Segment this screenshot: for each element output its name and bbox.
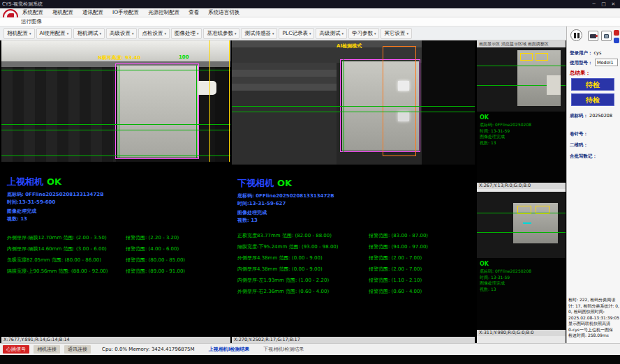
barcode-value: 20250208 [589,113,612,119]
toolbar-baseline-params-button[interactable]: 基准线参数▾ [203,28,239,39]
menu-view[interactable]: 查看 [189,9,199,16]
menu-comm-config[interactable]: 通讯配置 [82,9,103,16]
process-line: 图像处理完成 [237,209,267,216]
camera-name: 下视相机 [237,178,274,188]
lock-icon [604,34,609,38]
measure-line [477,66,566,66]
stat-line: 0, 检码图快照时间: [568,309,619,315]
camera-capture-button[interactable] [588,31,598,41]
measure-line [196,66,197,158]
info-icon[interactable] [614,38,619,43]
time-line: 时间:13-31-59-627 [237,200,286,207]
reel-label: 卷针号： [570,131,588,137]
overlay-measure-value: 100 [179,54,189,60]
result-line: 时间: 13-31-59 [480,275,566,281]
toolbar-ai-usage-config-button[interactable]: AI使用配置▾ [36,28,73,39]
result-line: 图像处理完成 [480,280,566,287]
alarm-range: 报警范围: (4.00 - 6.00) [126,245,179,252]
camera-result-title: 上视相机OK [7,174,61,188]
camera-name: 上视相机 [7,176,43,187]
side-result-overlay-1: OK 底标码: 0FFline20250208 时间: 13-31-59 图像处… [477,112,566,183]
alarm-range: 报警范围: (80.00 - 85.00) [126,257,185,264]
tab-bottom-camera-results[interactable]: 下视相机I检测结果 [263,346,304,353]
chevron-down-icon: ▾ [132,31,134,36]
center-camera-image[interactable]: AI检测模式 [232,40,475,165]
measure-line [119,66,119,158]
toolbar-plc-record-button[interactable]: PLC记录表▾ [279,28,314,39]
menu-light-control-config[interactable]: 光源控制配置 [148,9,179,16]
menu-bar: 系统配置 相机配置 通讯配置 IO手动配置 光源控制配置 查看 系统语言切换 [0,8,620,17]
side-column-header: 画面显示区 消息提示区域 画面调整区 [477,40,566,47]
toolbar-image-processing-button[interactable]: 图像处理▾ [171,28,202,39]
overlay-measure-label: N极耳高度: 93.40 [98,54,140,61]
pause-button[interactable] [570,29,582,41]
tab-run-image[interactable]: 运行图像 [21,18,42,25]
menu-camera-config[interactable]: 相机配置 [52,9,73,16]
img-shape [232,63,337,91]
measurement-row: 外侧壁厚-右2.36mm 范围: (0.60 - 4.00) [237,288,329,295]
status-bar: 心跳信号 相机连接 通讯连接 Cpu: 0.0% Memory: 3424.41… [0,343,620,355]
side-camera-image-2[interactable] [477,192,566,258]
measurement-row: 内侧壁厚4.38mm 范围: (0.00 - 9.00) [237,266,323,273]
left-camera-image[interactable]: N极耳高度: 93.40 100 [1,40,230,162]
overlay-mode-label: AI检测模式 [337,43,362,50]
chevron-down-icon: ▾ [67,31,69,36]
side-views-column: 画面显示区 消息提示区域 画面调整区 OK 底标码: 0FFline202502… [477,40,566,343]
toolbar-advanced-settings-button[interactable]: 高级设置▾ [106,28,138,39]
close-button[interactable]: ✕ [609,1,618,7]
measure-line [232,112,475,112]
menu-language-switch[interactable]: 系统语言切换 [208,9,239,16]
stat-line: 检时: 222, 检码分类阅读 [568,297,619,303]
roi-outline-magenta [115,63,199,159]
tab-top-camera-results[interactable]: 上视相机I检测结果 [209,346,250,353]
alarm-range: 报警范围: (2.00 - 7.00) [369,266,422,273]
img-shape [422,40,475,165]
result-line: 视数: 13 [480,287,566,293]
roi-outline-yellow [536,53,548,61]
maximize-button[interactable]: □ [599,1,608,7]
minimize-button[interactable]: ─ [589,1,598,7]
total-result-label: 总结果： [570,70,591,77]
tab-strip: 运行图像 [0,17,620,26]
pixel-info-bar: X:7677,Y:891;R:14;G:14;B:14 [1,337,230,343]
toolbar-camera-debug-button[interactable]: 相机调试▾ [73,28,105,39]
toolbar-camera-config-button[interactable]: 相机配置▾ [3,28,35,39]
side-camera-image-1[interactable] [477,47,566,112]
toolbar: 相机配置▾ AI使用配置▾ 相机调试▾ 高级设置▾ 点检设置▾ 图像处理▾ 基准… [0,26,620,40]
result-line: 底标码: 0FFline20250208 [480,268,566,275]
result-line: 视数: 13 [480,140,566,146]
record-icon[interactable] [614,30,619,36]
menu-system-config[interactable]: 系统配置 [22,9,43,16]
toolbar-spot-check-button[interactable]: 点检设置▾ [138,28,170,39]
chevron-down-icon: ▾ [197,31,199,36]
window-controls: ─ □ ✕ [589,1,618,7]
toolbar-advanced-test-button[interactable]: 高级测试▾ [316,28,347,39]
barcode-line: 底标码: 0FFline2025020813313472B [237,192,334,199]
measurement-row: 隔膜宽度-下95.24mm 范围: (93.00 - 98.00) [237,243,339,250]
pixel-info-bar: X:270;Y:2502;R:17;G:17;B:17 [232,337,475,343]
toolbar-sensor-test-button[interactable]: 测试传感器▾ [241,28,277,39]
toolbar-learning-params-button[interactable]: 学习参数▾ [348,28,380,39]
chevron-down-icon: ▾ [309,31,311,36]
measurement-row: 正极宽度83.77mm 范围: (82.00 - 88.00) [237,232,332,239]
pixel-info-bar: X:311;Y:980;R:0;G:0;B:0 [477,330,566,336]
alarm-range: 报警范围: (2.00 - 7.00) [369,255,422,261]
login-user-row: 登录用户：cys [570,50,601,56]
measure-line [477,232,566,233]
barcode-label: 底标码： [570,113,588,119]
menu-io-manual-config[interactable]: IO手动配置 [112,9,139,16]
measurement-row: 隔膜宽度-上90.56mm 范围: (88.00 - 92.00) [7,268,108,275]
user-lock-button[interactable] [601,31,612,41]
measure-line [232,106,475,107]
bright-spot [547,75,561,95]
count-line: 视数: 13 [7,215,27,222]
camera-result-title: 下视相机OK [237,176,292,190]
alarm-range: 报警范围: (2.20 - 3.20) [126,234,179,241]
center-result-overlay: 下视相机OK 底标码: 0FFline2025020813313472B 时间:… [232,165,475,337]
toolbar-other-settings-button[interactable]: 其它设置▾ [381,28,412,39]
model-select[interactable]: Model1 [595,59,618,66]
pause-icon [574,33,576,38]
measurement-row: 外侧壁厚4.38mm 范围: (0.00 - 9.00) [237,255,323,261]
measure-mark-cyan [523,222,531,224]
result-line: 时间: 13-31-59 [480,128,566,135]
